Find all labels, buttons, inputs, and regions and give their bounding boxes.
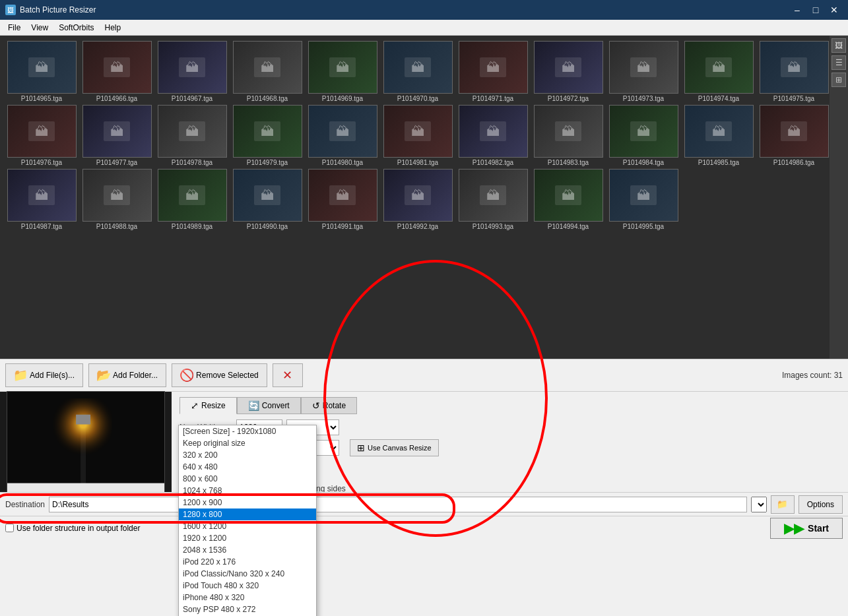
image-thumb: 🏔 [609, 169, 678, 222]
image-item[interactable]: 🏔 P1014989.tga [156, 169, 228, 230]
image-thumb: 🏔 [383, 105, 453, 158]
image-item[interactable]: 🏔 P1014985.tga [682, 105, 755, 166]
image-thumb: 🏔 [308, 169, 377, 222]
dropdown-item[interactable]: 800 x 600 [179, 473, 316, 485]
image-thumb: 🏔 [7, 41, 77, 94]
dropdown-item[interactable]: 1280 x 800 [179, 508, 316, 520]
image-item[interactable]: 🏔 P1014973.tga [607, 41, 680, 102]
image-label: P1014978.tga [172, 159, 212, 166]
dropdown-item[interactable]: 640 x 480 [179, 461, 316, 473]
image-thumb: 🏔 [233, 169, 302, 222]
remove-icon: 🚫 [180, 369, 193, 382]
image-thumb: 🏔 [459, 41, 528, 94]
dropdown-item[interactable]: [Screen Size] - 1920x1080 [179, 425, 316, 437]
options-button[interactable]: Options [799, 495, 843, 514]
image-item[interactable]: 🏔 P1014987.tga [5, 169, 78, 230]
image-label: P1014983.tga [548, 159, 589, 166]
canvas-resize-button[interactable]: ⊞ Use Canvas Resize [350, 439, 439, 456]
dropdown-item[interactable]: Sony PSP 480 x 272 [179, 603, 316, 615]
image-label: P1014975.tga [773, 95, 814, 102]
image-item[interactable]: 🏔 P1014982.tga [457, 105, 529, 166]
maximize-button[interactable]: □ [807, 3, 824, 16]
image-item[interactable]: 🏔 P1014980.tga [306, 105, 379, 166]
image-item[interactable]: 🏔 P1014991.tga [306, 169, 379, 230]
browse-button[interactable]: 📁 [771, 495, 795, 514]
menu-softorbits[interactable]: SoftOrbits [53, 22, 99, 34]
browse-icon: 📁 [777, 499, 788, 509]
image-item[interactable]: 🏔 P1014965.tga [5, 41, 78, 102]
destination-input[interactable] [49, 497, 747, 512]
menu-bar: File View SoftOrbits Help [0, 20, 848, 36]
image-label: P1014977.tga [96, 159, 137, 166]
image-item[interactable]: 🏔 P1014976.tga [5, 105, 78, 166]
dropdown-item[interactable]: Keep original size [179, 437, 316, 449]
sidebar-list-btn[interactable]: ☰ [832, 55, 846, 70]
image-item[interactable]: 🏔 P1014979.tga [231, 105, 304, 166]
image-item[interactable]: 🏔 P1014986.tga [758, 105, 830, 166]
sidebar-grid-btn[interactable]: ⊞ [832, 73, 846, 87]
image-item[interactable]: 🏔 P1014983.tga [532, 105, 604, 166]
dropdown-item[interactable]: iPod 220 x 176 [179, 556, 316, 568]
use-folder-checkbox[interactable] [5, 524, 14, 532]
minimize-button[interactable]: – [789, 3, 806, 16]
image-thumb: 🏔 [308, 41, 377, 94]
image-item[interactable]: 🏔 P1014971.tga [457, 41, 529, 102]
image-thumb: 🏔 [308, 105, 377, 158]
image-thumb: 🏔 [684, 41, 754, 94]
image-item[interactable]: 🏔 P1014978.tga [156, 105, 228, 166]
dropdown-item[interactable]: 320 x 200 [179, 449, 316, 461]
tab-rotate[interactable]: ↺ Rotate [301, 397, 357, 414]
image-item[interactable]: 🏔 P1014995.tga [607, 169, 680, 230]
image-label: P1014976.tga [21, 159, 62, 166]
image-item[interactable]: 🏔 P1014966.tga [81, 41, 153, 102]
add-folder-button[interactable]: 📂 Add Folder... [88, 363, 166, 387]
start-button[interactable]: ▶▶ Start [770, 518, 843, 539]
dropdown-item[interactable]: iPod Touch 480 x 320 [179, 580, 316, 592]
tab-resize[interactable]: ⤢ Resize [179, 397, 237, 414]
add-files-button[interactable]: 📁 Add File(s)... [5, 363, 83, 387]
image-item[interactable]: 🏔 P1014990.tga [231, 169, 304, 230]
menu-help[interactable]: Help [100, 22, 127, 34]
image-item[interactable]: 🏔 P1014977.tga [81, 105, 153, 166]
image-label: P1014982.tga [473, 159, 513, 166]
menu-file[interactable]: File [3, 22, 26, 34]
image-item[interactable]: 🏔 P1014968.tga [231, 41, 304, 102]
close-button[interactable]: ✕ [826, 3, 843, 16]
dropdown-item[interactable]: 1024 x 768 [179, 485, 316, 497]
dropdown-item[interactable]: iPhone 480 x 320 [179, 592, 316, 603]
app-title: Batch Picture Resizer [20, 5, 96, 15]
image-item[interactable]: 🏔 P1014967.tga [156, 41, 228, 102]
dropdown-item[interactable]: 2048 x 1536 [179, 544, 316, 556]
image-thumb: 🏔 [383, 169, 453, 222]
image-item[interactable]: 🏔 P1014994.tga [532, 169, 604, 230]
image-label: P1014971.tga [473, 95, 513, 102]
menu-view[interactable]: View [26, 22, 53, 34]
image-item[interactable]: 🏔 P1014972.tga [532, 41, 604, 102]
tab-convert[interactable]: 🔄 Convert [237, 397, 301, 414]
image-item[interactable]: 🏔 P1014970.tga [381, 41, 454, 102]
image-item[interactable]: 🏔 P1014988.tga [81, 169, 153, 230]
remove-selected-button[interactable]: 🚫 Remove Selected [172, 363, 267, 387]
image-item[interactable]: 🏔 P1014974.tga [682, 41, 755, 102]
image-label: P1014981.tga [397, 159, 438, 166]
clear-button[interactable]: ✕ [273, 363, 303, 387]
canvas-resize-label: Use Canvas Resize [368, 444, 432, 452]
image-item[interactable]: 🏔 P1014981.tga [381, 105, 454, 166]
dropdown-item[interactable]: 1200 x 900 [179, 497, 316, 508]
dropdown-item[interactable]: 1920 x 1200 [179, 532, 316, 544]
start-label: Start [808, 523, 829, 534]
dropdown-item[interactable]: iPod Classic/Nano 320 x 240 [179, 568, 316, 580]
image-item[interactable]: 🏔 P1014984.tga [607, 105, 680, 166]
image-item[interactable]: 🏔 P1014993.tga [457, 169, 529, 230]
dropdown-scroll[interactable]: [Screen Size] - 1920x1080Keep original s… [179, 425, 316, 616]
destination-dropdown[interactable]: ▼ [751, 497, 767, 512]
image-label: P1014987.tga [21, 223, 62, 230]
add-files-label: Add File(s)... [30, 371, 75, 380]
image-item[interactable]: 🏔 P1014992.tga [381, 169, 454, 230]
add-folder-icon: 📂 [97, 369, 110, 382]
image-label: P1014991.tga [322, 223, 363, 230]
dropdown-item[interactable]: 1600 x 1200 [179, 520, 316, 532]
image-item[interactable]: 🏔 P1014969.tga [306, 41, 379, 102]
sidebar-thumbnail-btn[interactable]: 🖼 [832, 38, 846, 53]
image-item[interactable]: 🏔 P1014975.tga [758, 41, 830, 102]
